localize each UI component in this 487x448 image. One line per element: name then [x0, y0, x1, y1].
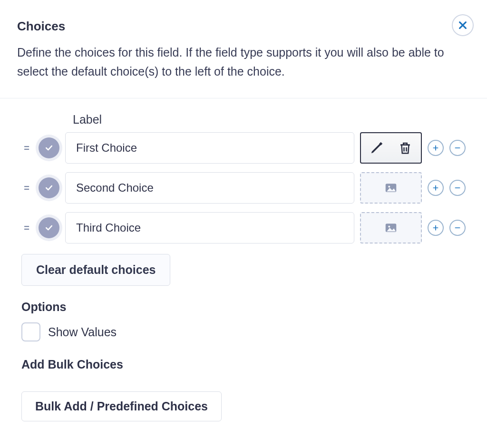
label-column-heading: Label — [21, 113, 466, 127]
choice-image-placeholder[interactable] — [360, 172, 422, 204]
bulk-heading: Add Bulk Choices — [21, 358, 466, 371]
minus-icon — [454, 184, 461, 192]
plus-icon — [432, 184, 439, 192]
check-icon — [44, 143, 54, 153]
choice-label-input[interactable] — [65, 132, 354, 164]
add-choice-button[interactable] — [428, 180, 444, 196]
default-choice-toggle[interactable] — [39, 177, 59, 198]
clear-defaults-button[interactable]: Clear default choices — [21, 254, 170, 286]
choice-label-input[interactable] — [65, 172, 354, 204]
plus-icon — [432, 144, 439, 152]
pencil-icon — [370, 141, 384, 155]
choice-row — [21, 132, 466, 164]
check-icon — [44, 223, 54, 233]
choice-row — [21, 172, 466, 204]
add-choice-button[interactable] — [428, 140, 444, 156]
add-choice-button[interactable] — [428, 220, 444, 236]
image-icon — [384, 221, 398, 235]
show-values-label: Show Values — [48, 325, 117, 339]
minus-icon — [454, 224, 461, 232]
remove-choice-button[interactable] — [449, 140, 466, 156]
choice-image-placeholder[interactable] — [360, 212, 422, 243]
bulk-add-button[interactable]: Bulk Add / Predefined Choices — [21, 391, 222, 421]
plus-icon — [432, 224, 439, 232]
remove-choice-button[interactable] — [449, 180, 466, 196]
check-icon — [44, 183, 54, 193]
remove-choice-button[interactable] — [449, 220, 466, 236]
drag-handle-icon[interactable] — [21, 183, 33, 194]
trash-icon — [398, 141, 412, 155]
choice-row — [21, 212, 466, 243]
default-choice-toggle[interactable] — [39, 137, 59, 158]
svg-point-4 — [388, 226, 390, 228]
close-icon — [458, 20, 468, 30]
show-values-option: Show Values — [21, 322, 466, 341]
minus-icon — [454, 144, 461, 152]
show-values-checkbox[interactable] — [21, 322, 40, 341]
drag-handle-icon[interactable] — [21, 223, 33, 234]
close-button[interactable] — [452, 14, 474, 36]
default-choice-toggle[interactable] — [39, 217, 59, 238]
choice-image-control[interactable] — [360, 132, 422, 164]
svg-point-2 — [388, 186, 390, 188]
section-title: Choices — [17, 19, 470, 34]
image-icon — [384, 181, 398, 195]
choice-label-input[interactable] — [65, 212, 354, 243]
drag-handle-icon[interactable] — [21, 143, 33, 154]
section-description: Define the choices for this field. If th… — [17, 43, 455, 81]
options-heading: Options — [21, 300, 466, 314]
